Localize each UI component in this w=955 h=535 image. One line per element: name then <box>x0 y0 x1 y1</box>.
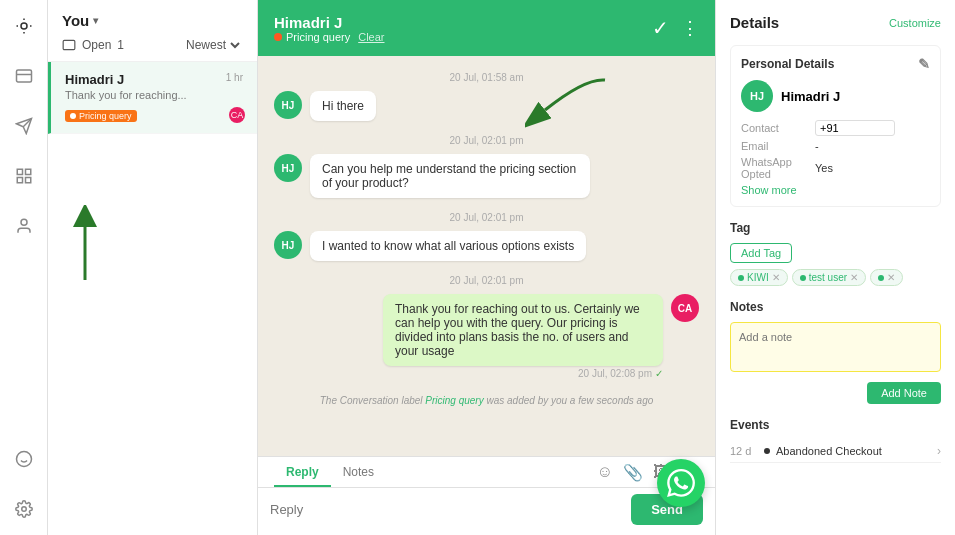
sidebar-icon-contacts[interactable] <box>8 210 40 242</box>
msg-bubble-1: Hi there <box>310 91 376 121</box>
msg-bubble-2: Can you help me understand the pricing s… <box>310 154 590 198</box>
personal-details-title: Personal Details <box>741 57 834 71</box>
sidebar-icon-settings[interactable] <box>8 493 40 525</box>
tags-row: KIWI ✕ test user ✕ ✕ <box>730 269 941 286</box>
inbox-small-icon <box>62 38 76 52</box>
tag-chip-kiwi: KIWI ✕ <box>730 269 788 286</box>
add-tag-button[interactable]: Add Tag <box>730 243 792 263</box>
tag-chip-dot-3 <box>878 275 884 281</box>
svg-point-9 <box>16 452 31 467</box>
show-more-link[interactable]: Show more <box>741 184 930 196</box>
conversation-list: Himadri J 1 hr Thank you for reaching...… <box>48 62 257 535</box>
tag-chip-testuser: test user ✕ <box>792 269 866 286</box>
sidebar <box>0 0 48 535</box>
msg-tick-icon: ✓ <box>655 368 663 379</box>
msg-timestamp-3: 20 Jul, 02:01 pm <box>274 212 699 223</box>
notes-title: Notes <box>730 300 763 314</box>
conversations-header: You ▾ Open 1 Newest Oldest <box>48 0 257 62</box>
msg-timestamp-4: 20 Jul, 02:01 pm <box>274 275 699 286</box>
user-label: You <box>62 12 89 29</box>
tag-remove-testuser[interactable]: ✕ <box>850 272 858 283</box>
tab-notes[interactable]: Notes <box>331 457 386 487</box>
chat-messages: 20 Jul, 01:58 am HJ Hi there 20 Jul, 02:… <box>258 56 715 456</box>
notes-section: Notes Add Note <box>730 300 941 404</box>
msg-bubble-3: I wanted to know what all various option… <box>310 231 586 261</box>
tag-dot-icon <box>70 113 76 119</box>
message-row-4: CA Thank you for reaching out to us. Cer… <box>274 294 699 379</box>
chat-header-left: Himadri J Pricing query Clear <box>274 14 385 43</box>
filter-row: Open 1 Newest Oldest <box>62 37 243 53</box>
msg-bubble-4: Thank you for reaching out to us. Certai… <box>383 294 663 366</box>
more-options-icon[interactable]: ⋮ <box>681 17 699 39</box>
svg-rect-1 <box>16 70 31 82</box>
conversations-panel: You ▾ Open 1 Newest Oldest Himadri J 1 h… <box>48 0 258 535</box>
tag-chip-dot <box>738 275 744 281</box>
sidebar-icon-home[interactable] <box>8 10 40 42</box>
msg-avatar-3: HJ <box>274 231 302 259</box>
chat-contact-name: Himadri J <box>274 14 385 31</box>
details-panel: Details Customize Personal Details ✎ HJ … <box>715 0 955 535</box>
conv-preview: Thank you for reaching... <box>65 89 243 101</box>
conv-name: Himadri J 1 hr <box>65 72 243 87</box>
tag-clear-button[interactable]: Clear <box>358 31 384 43</box>
svg-point-0 <box>21 23 27 29</box>
tag-remove-kiwi[interactable]: ✕ <box>772 272 780 283</box>
msg-time-4: 20 Jul, 02:08 pm <box>578 368 652 379</box>
chat-tag-label: Pricing query <box>286 31 350 43</box>
whatsapp-icon <box>667 469 695 497</box>
msg-avatar-1: HJ <box>274 91 302 119</box>
sidebar-icon-inbox[interactable] <box>8 60 40 92</box>
whatsapp-fab[interactable] <box>657 459 705 507</box>
svg-rect-4 <box>17 169 22 174</box>
events-title: Events <box>730 418 769 432</box>
msg-avatar-4: CA <box>671 294 699 322</box>
contact-field: Contact <box>741 120 930 136</box>
attachment-icon[interactable]: 📎 <box>623 463 643 482</box>
note-textarea[interactable] <box>730 322 941 372</box>
resolve-icon[interactable]: ✓ <box>652 16 669 40</box>
whatsapp-value: Yes <box>815 162 833 174</box>
label-highlight: Pricing query <box>425 395 483 406</box>
msg-timestamp-1: 20 Jul, 01:58 am <box>274 72 699 83</box>
customize-link[interactable]: Customize <box>889 17 941 29</box>
event-item-1[interactable]: 12 d Abandoned Checkout › <box>730 440 941 463</box>
list-item[interactable]: Himadri J 1 hr Thank you for reaching...… <box>48 62 257 134</box>
tag-chip-label: KIWI <box>747 272 769 283</box>
svg-rect-7 <box>25 178 30 183</box>
event-dot-icon <box>764 448 770 454</box>
tab-reply[interactable]: Reply <box>274 457 331 487</box>
msg-avatar-2: HJ <box>274 154 302 182</box>
person-avatar: HJ <box>741 80 773 112</box>
sort-select[interactable]: Newest Oldest <box>182 37 243 53</box>
chat-header-actions: ✓ ⋮ <box>652 16 699 40</box>
event-label-1: Abandoned Checkout <box>776 445 931 457</box>
filter-count: 1 <box>117 38 124 52</box>
reply-input[interactable] <box>270 502 623 517</box>
tag-status-dot <box>274 33 282 41</box>
chat-area: Himadri J Pricing query Clear ✓ ⋮ 20 Jul… <box>258 0 715 535</box>
tag-remove-empty[interactable]: ✕ <box>887 272 895 283</box>
details-title: Details <box>730 14 779 31</box>
email-value: - <box>815 140 819 152</box>
svg-rect-6 <box>17 178 22 183</box>
sidebar-icon-emoji[interactable] <box>8 443 40 475</box>
label-added-notification: The Conversation label Pricing query was… <box>274 395 699 406</box>
user-dropdown[interactable]: You ▾ <box>62 12 243 29</box>
emoji-toolbar-icon[interactable]: ☺ <box>597 463 613 481</box>
chat-header-tag: Pricing query Clear <box>274 31 385 43</box>
events-section: Events 12 d Abandoned Checkout › <box>730 418 941 463</box>
sidebar-icon-grid[interactable] <box>8 160 40 192</box>
message-row-1: HJ Hi there <box>274 91 699 121</box>
add-note-button[interactable]: Add Note <box>867 382 941 404</box>
email-field: Email - <box>741 140 930 152</box>
sidebar-icon-send[interactable] <box>8 110 40 142</box>
reply-tabs: Reply Notes ☺ 📎 🖼 🎵 <box>258 457 715 488</box>
personal-details-section: Personal Details ✎ HJ Himadri J Contact … <box>730 45 941 207</box>
message-row-3: HJ I wanted to know what all various opt… <box>274 231 699 261</box>
chevron-down-icon: ▾ <box>93 15 98 26</box>
contact-input[interactable] <box>815 120 895 136</box>
svg-rect-13 <box>63 40 75 49</box>
filter-open-label[interactable]: Open <box>82 38 111 52</box>
tag-chip-empty: ✕ <box>870 269 903 286</box>
edit-icon[interactable]: ✎ <box>918 56 930 72</box>
